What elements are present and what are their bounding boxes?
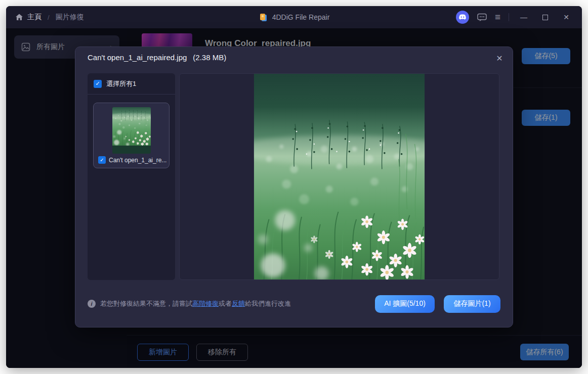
thumbnail-filename: Can't open_1_ai_re... bbox=[109, 157, 166, 164]
notice-suffix: 給我們進行改進 bbox=[245, 300, 291, 307]
breadcrumb-home[interactable]: 主頁 bbox=[15, 13, 41, 22]
save-image-button[interactable]: 儲存圖片(1) bbox=[444, 295, 500, 313]
file-thumbnail-image bbox=[112, 107, 151, 154]
repaired-image-preview bbox=[253, 74, 426, 279]
breadcrumb-separator: / bbox=[48, 14, 50, 21]
home-icon bbox=[15, 13, 23, 21]
notice-middle: 或者 bbox=[219, 300, 232, 307]
repair-notice: 若您對修復結果不滿意，請嘗試高階修復或者反饋給我們進行改進 bbox=[100, 299, 291, 308]
advanced-repair-link[interactable]: 高階修復 bbox=[192, 300, 219, 307]
feedback-chat-button[interactable] bbox=[477, 13, 487, 22]
file-checkbox[interactable]: ✓ bbox=[98, 156, 106, 164]
modal-filename: Can't open_1_ai_repaired.jpg bbox=[88, 53, 187, 62]
modal-filesize: (2.38 MB) bbox=[193, 53, 226, 62]
thumbnail-label-row: ✓ Can't open_1_ai_re... bbox=[98, 156, 166, 164]
minimize-button[interactable]: — bbox=[517, 11, 530, 24]
info-icon: i bbox=[88, 300, 96, 308]
app-window: 主頁 / 圖片修復 4DDiG File Repair bbox=[6, 6, 582, 368]
ai-expand-button[interactable]: AI 擴圖(5/10) bbox=[375, 295, 435, 313]
modal-title: Can't open_1_ai_repaired.jpg (2.38 MB) bbox=[88, 53, 226, 62]
app-logo-icon bbox=[259, 13, 268, 22]
file-list-panel: ✓ 選擇所有1 ✓ Can't open_1_ai_re... bbox=[88, 73, 175, 280]
preview-panel bbox=[179, 73, 499, 280]
notice-prefix: 若您對修復結果不滿意，請嘗試 bbox=[100, 300, 192, 307]
preview-modal: Can't open_1_ai_repaired.jpg (2.38 MB) ✕… bbox=[75, 46, 513, 328]
file-thumbnail-card[interactable]: ✓ Can't open_1_ai_re... bbox=[93, 103, 170, 168]
modal-close-button[interactable]: ✕ bbox=[492, 51, 507, 65]
maximize-button[interactable] bbox=[538, 11, 552, 24]
chat-icon bbox=[477, 13, 487, 22]
select-all-checkbox[interactable]: ✓ bbox=[94, 80, 102, 88]
titlebar-divider bbox=[509, 13, 509, 21]
app-title: 4DDiG File Repair bbox=[272, 13, 330, 21]
modal-footer: i 若您對修復結果不滿意，請嘗試高階修復或者反饋給我們進行改進 AI 擴圖(5/… bbox=[88, 294, 500, 314]
discord-icon bbox=[458, 14, 467, 20]
close-window-button[interactable]: ✕ bbox=[560, 11, 573, 24]
select-all-label: 選擇所有1 bbox=[106, 79, 136, 88]
feedback-link[interactable]: 反饋 bbox=[232, 300, 245, 307]
breadcrumb-home-label: 主頁 bbox=[27, 13, 41, 22]
breadcrumb-current: 圖片修復 bbox=[56, 13, 84, 22]
discord-button[interactable] bbox=[456, 11, 469, 24]
menu-button[interactable]: ≡ bbox=[495, 12, 500, 23]
titlebar: 主頁 / 圖片修復 4DDiG File Repair bbox=[6, 6, 582, 28]
select-all-row: ✓ 選擇所有1 bbox=[88, 73, 175, 95]
maximize-icon bbox=[542, 15, 548, 20]
